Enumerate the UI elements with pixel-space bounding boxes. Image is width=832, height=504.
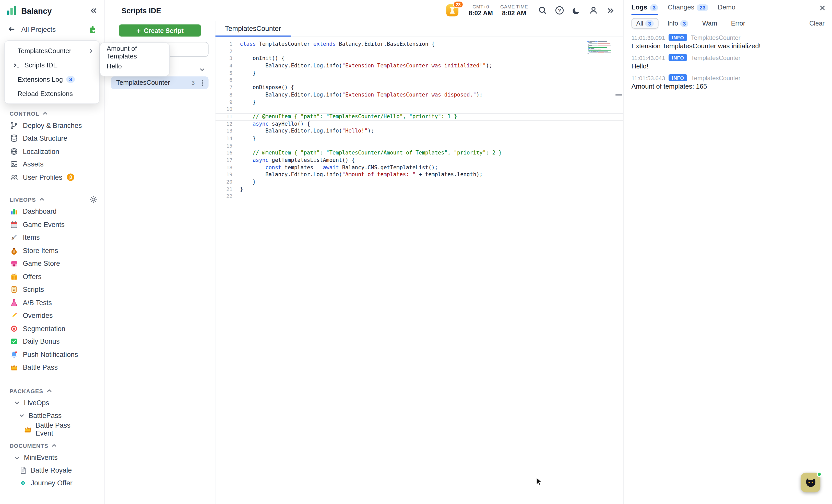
log-message: Amount of templates: 165 bbox=[631, 83, 825, 90]
create-script-button[interactable]: + Create Script bbox=[119, 25, 201, 37]
tree-item-minievents[interactable]: MiniEvents bbox=[0, 451, 104, 464]
section-header-liveops[interactable]: LIVEOPS bbox=[0, 193, 104, 205]
sidebar-item-game-store[interactable]: Game Store bbox=[0, 257, 104, 270]
tree-item-journey-offer[interactable]: Journey Offer bbox=[0, 477, 104, 490]
code-line-3[interactable]: 3 onInit() { bbox=[215, 55, 624, 62]
sidebar-item-store-items[interactable]: $ Store Items bbox=[0, 244, 104, 257]
chevron-up-icon[interactable] bbox=[51, 443, 57, 449]
section-header-control[interactable]: CONTROL bbox=[0, 107, 104, 119]
filter-info[interactable]: Info 3 bbox=[663, 18, 693, 29]
chat-widget[interactable] bbox=[801, 473, 820, 492]
sidebar-item-push-notifications[interactable]: Push Notifications bbox=[0, 348, 104, 361]
sidebar-item-items[interactable]: Items bbox=[0, 231, 104, 244]
code-line-5[interactable]: 5 } bbox=[215, 70, 624, 77]
all-projects-row[interactable]: All Projects bbox=[0, 21, 104, 37]
submenu-item-amount-of-templates[interactable]: Amount of Templates bbox=[100, 46, 169, 59]
code-line-14[interactable]: 14 } bbox=[215, 135, 624, 142]
code-line-4[interactable]: 4 Balancy.Editor.Log.info("Extension Tem… bbox=[215, 62, 624, 69]
code-line-13[interactable]: 13 Balancy.Editor.Log.info("Hello!"); bbox=[215, 127, 624, 135]
sidebar-item-user-profiles[interactable]: User Profiles β bbox=[0, 171, 104, 184]
sidebar-item-offers[interactable]: Offers bbox=[0, 270, 104, 283]
logs-tab-logs[interactable]: Logs 3 bbox=[631, 4, 658, 15]
tree-item-battle-royale[interactable]: Battle Royale bbox=[0, 464, 104, 477]
filter-warn[interactable]: Warn bbox=[697, 18, 722, 29]
log-entry[interactable]: 11:01:39.091 INFO TemplatesCounter Exten… bbox=[624, 31, 832, 51]
menu-item-scripts-ide[interactable]: Scripts IDE bbox=[5, 58, 99, 72]
chevron-down-icon[interactable] bbox=[19, 412, 25, 419]
user-account-icon[interactable] bbox=[588, 6, 598, 15]
code-editor[interactable]: TemplatesCounter 1 class TemplatesCounte… bbox=[215, 21, 624, 504]
filter-all[interactable]: All 3 bbox=[631, 18, 658, 29]
sidebar-item-a-b-tests[interactable]: A/B Tests bbox=[0, 296, 104, 309]
clear-logs-button[interactable]: Clear bbox=[809, 20, 825, 27]
code-line-21[interactable]: 21 } bbox=[215, 186, 624, 193]
code-line-8[interactable]: 8 Balancy.Editor.Log.info("Extension Tem… bbox=[215, 91, 624, 98]
help-icon[interactable]: ? bbox=[554, 6, 564, 15]
sidebar-item-assets[interactable]: Assets bbox=[0, 158, 104, 171]
log-entry[interactable]: 11:01:53.643 INFO TemplatesCounter Amoun… bbox=[624, 71, 832, 91]
sidebar-item-deploy-branches[interactable]: Deploy & Branches bbox=[0, 119, 104, 132]
code-line-18[interactable]: 18 const templates = await Balancy.CMS.g… bbox=[215, 164, 624, 171]
chevron-up-icon[interactable] bbox=[46, 388, 52, 394]
assets-icon bbox=[9, 160, 18, 168]
sidebar-item-data-structure[interactable]: Data Structure bbox=[0, 132, 104, 145]
code-line-20[interactable]: 20 } bbox=[215, 178, 624, 185]
log-entry[interactable]: 11:01:43.041 INFO TemplatesCounter Hello… bbox=[624, 51, 832, 71]
chevron-down-icon[interactable] bbox=[199, 67, 205, 73]
sidebar-item-daily-bonus[interactable]: Daily Bonus bbox=[0, 335, 104, 348]
menu-item-extensions-log[interactable]: Extensions Log 3 bbox=[5, 72, 99, 86]
section-header-packages[interactable]: PACKAGES bbox=[0, 384, 104, 396]
chevron-up-icon[interactable] bbox=[38, 196, 45, 203]
code-line-9[interactable]: 9 } bbox=[215, 98, 624, 105]
gear-icon[interactable] bbox=[89, 195, 98, 204]
code-line-text: } bbox=[232, 186, 243, 193]
back-arrow-icon[interactable] bbox=[7, 25, 16, 33]
menu-item-reload-extensions[interactable]: Reload Extensions bbox=[5, 86, 99, 101]
submenu-item-hello[interactable]: Hello bbox=[100, 59, 169, 73]
sidebar-item-localization[interactable]: Localization bbox=[0, 145, 104, 158]
script-item-templatescounter[interactable]: TemplatesCounter 3 bbox=[111, 76, 208, 89]
filter-error[interactable]: Error bbox=[726, 18, 750, 29]
chevron-down-icon[interactable] bbox=[14, 400, 20, 406]
code-line-2[interactable]: 2 bbox=[215, 48, 624, 55]
minimap[interactable] bbox=[587, 42, 613, 55]
code-line-10[interactable]: 10 bbox=[215, 106, 624, 113]
close-logs-icon[interactable] bbox=[818, 4, 827, 12]
expand-panel-icon[interactable] bbox=[605, 6, 615, 15]
code-line-16[interactable]: 16 // @menuItem { "path": "TemplatesCoun… bbox=[215, 149, 624, 157]
sidebar-item-battle-pass[interactable]: Battle Pass bbox=[0, 361, 104, 374]
code-line-19[interactable]: 19 Balancy.Editor.Log.info("Amount of te… bbox=[215, 171, 624, 178]
chevron-up-icon[interactable] bbox=[42, 110, 48, 116]
editor-tab-templatescounter[interactable]: TemplatesCounter bbox=[215, 21, 291, 36]
code-line-1[interactable]: 1 class TemplatesCounter extends Balancy… bbox=[215, 41, 624, 48]
collapse-sidebar-icon[interactable] bbox=[89, 6, 98, 15]
logs-tab-changes[interactable]: Changes 23 bbox=[668, 4, 708, 15]
line-number: 4 bbox=[215, 62, 232, 69]
sidebar-item-dashboard[interactable]: Dashboard bbox=[0, 205, 104, 218]
sidebar-item-segmentation[interactable]: Segmentation bbox=[0, 322, 104, 335]
section-header-documents[interactable]: DOCUMENTS bbox=[0, 440, 104, 451]
code-line-7[interactable]: 7 onDispose() { bbox=[215, 84, 624, 91]
sidebar-item-game-events[interactable]: Game Events bbox=[0, 218, 104, 231]
sidebar-item-scripts[interactable]: Scripts bbox=[0, 283, 104, 296]
level-widget[interactable]: 23 bbox=[446, 4, 459, 17]
search-icon[interactable] bbox=[538, 6, 547, 15]
logs-tab-demo[interactable]: Demo bbox=[718, 4, 735, 15]
tree-item-battle-pass-event[interactable]: Battle Pass Event bbox=[0, 422, 104, 437]
code-line-17[interactable]: 17 async getTemplatesListAmount() { bbox=[215, 157, 624, 164]
chevron-down-icon[interactable] bbox=[14, 454, 20, 461]
code-line-12[interactable]: 12 async sayHello() { bbox=[215, 120, 624, 127]
code-line-11[interactable]: 11 // @menuItem { "path": "TemplatesCoun… bbox=[215, 113, 624, 120]
code-line-6[interactable]: 6 bbox=[215, 77, 624, 84]
code-line-22[interactable]: 22 bbox=[215, 193, 624, 200]
code-area[interactable]: 1 class TemplatesCounter extends Balancy… bbox=[215, 37, 624, 200]
extensions-icon[interactable] bbox=[88, 25, 97, 33]
code-line-15[interactable]: 15 bbox=[215, 142, 624, 149]
sidebar-item-overrides[interactable]: Overrides bbox=[0, 309, 104, 322]
cursor-position-marker bbox=[616, 95, 622, 96]
kebab-menu-icon[interactable] bbox=[198, 79, 206, 87]
tree-item-battlepass[interactable]: BattlePass bbox=[0, 409, 104, 422]
dark-mode-moon-icon[interactable] bbox=[572, 6, 581, 15]
menu-item-templatescounter[interactable]: TemplatesCounter bbox=[5, 44, 99, 58]
tree-item-liveops[interactable]: LiveOps bbox=[0, 396, 104, 409]
